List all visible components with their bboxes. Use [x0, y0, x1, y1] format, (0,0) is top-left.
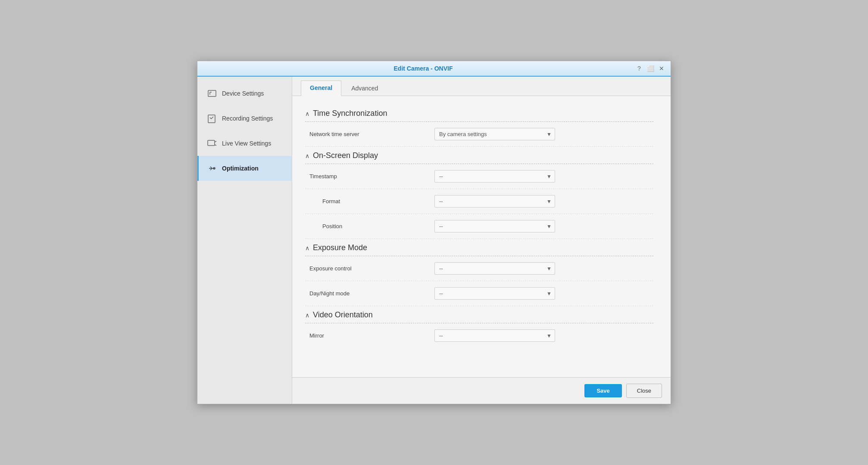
exposure-control-label: Exposure control — [305, 265, 434, 272]
network-time-server-select-wrapper: By camera settings Manual Disabled ▼ — [434, 128, 555, 140]
svg-rect-4 — [208, 140, 215, 146]
position-select[interactable]: -- — [434, 220, 555, 232]
day-night-select-wrapper: -- ▼ — [434, 287, 555, 300]
format-row: Format -- ▼ — [305, 189, 653, 214]
exposure-title: Exposure Mode — [313, 243, 367, 252]
exposure-control-row: Exposure control -- ▼ — [305, 256, 653, 281]
title-bar: Edit Camera - ONVIF ? ⬜ ✕ — [197, 61, 671, 77]
format-select-wrapper: -- ▼ — [434, 195, 555, 208]
recording-settings-label: Recording Settings — [222, 115, 273, 122]
device-settings-icon — [207, 89, 217, 98]
sidebar-item-recording-settings[interactable]: Recording Settings — [197, 106, 292, 131]
optimization-icon — [207, 164, 217, 173]
save-button[interactable]: Save — [584, 384, 621, 397]
sidebar: Device Settings Recording Settings — [197, 77, 292, 404]
section-time-sync-header: ∧ Time Synchronization — [305, 105, 653, 122]
format-select[interactable]: -- — [434, 195, 555, 208]
exposure-control-select[interactable]: -- — [434, 262, 555, 275]
sidebar-item-optimization[interactable]: Optimization — [197, 156, 292, 181]
optimization-label: Optimization — [222, 165, 259, 172]
exposure-control-select-wrapper: -- ▼ — [434, 262, 555, 275]
live-view-icon — [207, 139, 217, 148]
network-time-server-label: Network time server — [305, 131, 434, 137]
timestamp-label: Timestamp — [305, 173, 434, 180]
window-body: Device Settings Recording Settings — [197, 77, 671, 404]
svg-rect-0 — [208, 90, 216, 96]
osd-title: On-Screen Display — [313, 151, 378, 160]
recording-settings-icon — [207, 114, 217, 123]
timestamp-row: Timestamp -- ▼ — [305, 164, 653, 189]
mirror-label: Mirror — [305, 332, 434, 339]
footer: Save Close — [292, 377, 671, 404]
close-button[interactable]: Close — [626, 384, 662, 398]
time-sync-title: Time Synchronization — [313, 109, 387, 118]
position-select-wrapper: -- ▼ — [434, 220, 555, 232]
tabs-bar: General Advanced — [292, 77, 671, 96]
tab-advanced[interactable]: Advanced — [342, 81, 387, 96]
timestamp-select-wrapper: -- ▼ — [434, 170, 555, 183]
video-orientation-chevron-icon: ∧ — [305, 312, 309, 319]
network-time-server-select[interactable]: By camera settings Manual Disabled — [434, 128, 555, 140]
timestamp-select[interactable]: -- — [434, 170, 555, 183]
window-title: Edit Camera - ONVIF — [211, 65, 635, 72]
sidebar-item-live-view-settings[interactable]: Live View Settings — [197, 131, 292, 156]
day-night-label: Day/Night mode — [305, 290, 434, 297]
section-exposure-header: ∧ Exposure Mode — [305, 239, 653, 256]
main-content: General Advanced ∧ Time Synchronization … — [292, 77, 671, 404]
exposure-chevron-icon: ∧ — [305, 245, 309, 251]
help-button[interactable]: ? — [635, 65, 643, 72]
time-sync-chevron-icon: ∧ — [305, 110, 309, 117]
position-row: Position -- ▼ — [305, 214, 653, 239]
section-osd-header: ∧ On-Screen Display — [305, 147, 653, 164]
section-video-orientation-header: ∧ Video Orientation — [305, 306, 653, 323]
osd-chevron-icon: ∧ — [305, 152, 309, 159]
format-label: Format — [305, 198, 434, 205]
video-orientation-title: Video Orientation — [313, 310, 373, 319]
maximize-button[interactable]: ⬜ — [646, 65, 654, 72]
mirror-select[interactable]: -- — [434, 329, 555, 342]
mirror-row: Mirror -- ▼ — [305, 323, 653, 348]
position-label: Position — [305, 223, 434, 229]
device-settings-label: Device Settings — [222, 90, 264, 97]
network-time-server-row: Network time server By camera settings M… — [305, 122, 653, 147]
day-night-select[interactable]: -- — [434, 287, 555, 300]
content-area[interactable]: ∧ Time Synchronization Network time serv… — [292, 96, 671, 377]
sidebar-item-device-settings[interactable]: Device Settings — [197, 81, 292, 106]
day-night-row: Day/Night mode -- ▼ — [305, 281, 653, 306]
main-window: Edit Camera - ONVIF ? ⬜ ✕ Device Setting… — [197, 61, 671, 404]
live-view-settings-label: Live View Settings — [222, 140, 271, 147]
close-button[interactable]: ✕ — [658, 65, 665, 72]
tab-general[interactable]: General — [301, 81, 341, 96]
mirror-select-wrapper: -- ▼ — [434, 329, 555, 342]
title-controls: ? ⬜ ✕ — [635, 65, 665, 72]
